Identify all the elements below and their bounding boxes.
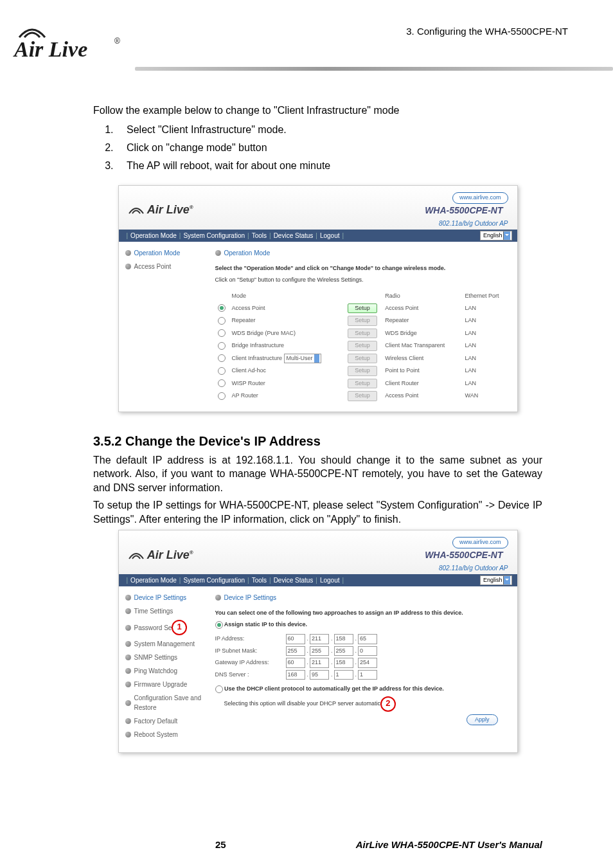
sidebar-item-reboot[interactable]: Reboot System	[125, 730, 209, 739]
callout-2: 2	[380, 696, 396, 712]
ip-octet[interactable]: 255	[334, 646, 353, 656]
table-row: Repeater Setup Repeater LAN	[215, 314, 511, 327]
mode-radio[interactable]	[218, 367, 226, 375]
nav-system-configuration[interactable]: System Configuration	[183, 231, 245, 240]
ip-paragraph-1: The default IP address is at 192.168.1.1…	[93, 453, 542, 495]
ip-octet[interactable]: 168	[286, 670, 305, 680]
ip-octet[interactable]: 211	[310, 658, 329, 668]
apply-button[interactable]: Apply	[466, 714, 498, 726]
sidebar-item-operation-mode[interactable]: Operation Mode	[125, 248, 209, 258]
page-number: 25	[215, 839, 226, 850]
logo: Air Live ®	[13, 13, 129, 67]
mode-radio[interactable]	[218, 304, 226, 312]
footer-manual-title: AirLive WHA-5500CPE-NT User's Manual	[356, 839, 542, 850]
model-label: WHA-5500CPE-NT	[425, 550, 502, 560]
setup-button[interactable]: Setup	[348, 303, 377, 314]
page-footer: 25 AirLive WHA-5500CPE-NT User's Manual	[0, 839, 613, 850]
sidebar-item-device-ip[interactable]: Device IP Settings	[125, 593, 209, 602]
dhcp-note: Selecting this option will disable your …	[215, 696, 511, 712]
wifi-arc-icon	[128, 204, 145, 215]
setup-button[interactable]: Setup	[348, 354, 377, 364]
step-item: Select "Client Infrastructure" mode.	[116, 122, 542, 138]
ip-octet[interactable]: 254	[358, 658, 377, 668]
ip-octet[interactable]: 1	[358, 670, 377, 680]
ss-logo: Air Live®	[128, 201, 193, 219]
device-subtitle: 802.11a/b/g Outdoor AP	[425, 219, 508, 228]
nav-tools[interactable]: Tools	[252, 231, 267, 240]
ip-octet[interactable]: 60	[286, 634, 305, 644]
nav-logout[interactable]: Logout	[320, 231, 340, 240]
ip-octet[interactable]: 255	[286, 646, 305, 656]
mode-radio[interactable]	[218, 379, 226, 387]
ip-octet[interactable]: 158	[334, 658, 353, 668]
subnet-mask-row: IP Subnet Mask: 255. 255. 255. 0	[215, 646, 511, 656]
ss-logo: Air Live®	[128, 547, 193, 564]
sidebar-item-config-save-restore[interactable]: Configuration Save and Restore	[125, 693, 209, 712]
ip-octet[interactable]: 0	[358, 646, 377, 656]
nav-system-configuration[interactable]: System Configuration	[183, 575, 245, 585]
nav-tools[interactable]: Tools	[252, 575, 267, 585]
language-select[interactable]: English	[480, 231, 512, 241]
dhcp-radio[interactable]	[215, 685, 223, 693]
static-ip-radio[interactable]	[215, 621, 223, 629]
setup-button[interactable]: Setup	[348, 366, 377, 376]
mode-table: Mode Radio Ethernet Port Access Point Se…	[215, 291, 511, 402]
dns-row: DNS Server : 168. 95. 1. 1	[215, 670, 511, 680]
nav-bar: | Operation Mode| System Configuration| …	[119, 574, 517, 587]
intro-text: Follow the example below to change to "C…	[93, 103, 542, 118]
ip-octet[interactable]: 255	[310, 646, 329, 656]
mode-radio[interactable]	[218, 342, 226, 350]
nav-bar: | Operation Mode| System Configuration| …	[119, 230, 517, 242]
setup-button[interactable]: Setup	[348, 341, 377, 351]
setup-button[interactable]: Setup	[348, 379, 377, 389]
sidebar-item-firmware-upgrade[interactable]: Firmware Upgrade	[125, 680, 209, 689]
col-port: Ethernet Port	[462, 291, 510, 302]
mode-radio[interactable]	[218, 317, 226, 325]
ip-octet[interactable]: 60	[286, 658, 305, 668]
table-row: Access Point Setup Access Point LAN	[215, 302, 511, 315]
step-item: The AP will reboot, wait for about one m…	[116, 158, 542, 174]
sidebar-item-ping-watchdog[interactable]: Ping Watchdog	[125, 666, 209, 676]
sidebar-item-system-management[interactable]: System Management	[125, 639, 209, 649]
screenshot-operation-mode: Air Live® www.airlive.com WHA-5500CPE-NT…	[118, 185, 518, 412]
panel-title: Device IP Settings	[215, 593, 511, 602]
nav-operation-mode[interactable]: Operation Mode	[130, 231, 177, 240]
client-mode-select[interactable]: Multi-User	[284, 354, 321, 364]
svg-text:Air Live: Air Live	[13, 37, 87, 61]
website-pill[interactable]: www.airlive.com	[452, 537, 508, 548]
table-row: Client Infrastructure Multi-User Setup W…	[215, 352, 511, 365]
ip-octet[interactable]: 1	[334, 670, 353, 680]
setup-button[interactable]: Setup	[348, 391, 377, 401]
device-subtitle: 802.11a/b/g Outdoor AP	[425, 563, 508, 573]
nav-logout[interactable]: Logout	[320, 575, 340, 585]
nav-device-status[interactable]: Device Status	[274, 575, 314, 585]
mode-radio[interactable]	[218, 354, 226, 362]
ip-octet[interactable]: 95	[310, 670, 329, 680]
gateway-row: Gateway IP Address: 60. 211. 158. 254	[215, 658, 511, 668]
sidebar-item-snmp[interactable]: SNMP Settings	[125, 653, 209, 662]
nav-device-status[interactable]: Device Status	[274, 231, 314, 240]
sidebar-item-access-point[interactable]: Access Point	[125, 262, 209, 271]
website-pill[interactable]: www.airlive.com	[452, 192, 508, 204]
ip-octet[interactable]: 211	[310, 634, 329, 644]
setup-button[interactable]: Setup	[348, 329, 377, 339]
page-content: Follow the example below to change to "C…	[0, 71, 613, 753]
sidebar-item-factory-default[interactable]: Factory Default	[125, 716, 209, 726]
svg-text:®: ®	[114, 37, 120, 46]
step-item: Click on "change mode" button	[116, 140, 542, 156]
ip-intro: You can select one of the following two …	[215, 609, 511, 618]
ip-octet[interactable]: 65	[358, 634, 377, 644]
steps-list: Select "Client Infrastructure" mode. Cli…	[93, 122, 542, 174]
setup-button[interactable]: Setup	[348, 316, 377, 326]
sidebar-item-time[interactable]: Time Settings	[125, 606, 209, 616]
table-row: Client Ad-hoc Setup Point to Point LAN	[215, 365, 511, 377]
mode-radio[interactable]	[218, 392, 226, 400]
instruction-bold: Select the "Operation Mode" and click on…	[215, 264, 511, 273]
screenshot-ip-settings: Air Live® www.airlive.com WHA-5500CPE-NT…	[118, 530, 518, 753]
mode-radio[interactable]	[218, 329, 226, 337]
ip-octet[interactable]: 158	[334, 634, 353, 644]
sidebar-item-password[interactable]: Password Setti 1	[125, 620, 209, 635]
language-select[interactable]: English	[480, 575, 512, 586]
nav-operation-mode[interactable]: Operation Mode	[130, 575, 177, 585]
panel-title: Operation Mode	[215, 248, 511, 258]
